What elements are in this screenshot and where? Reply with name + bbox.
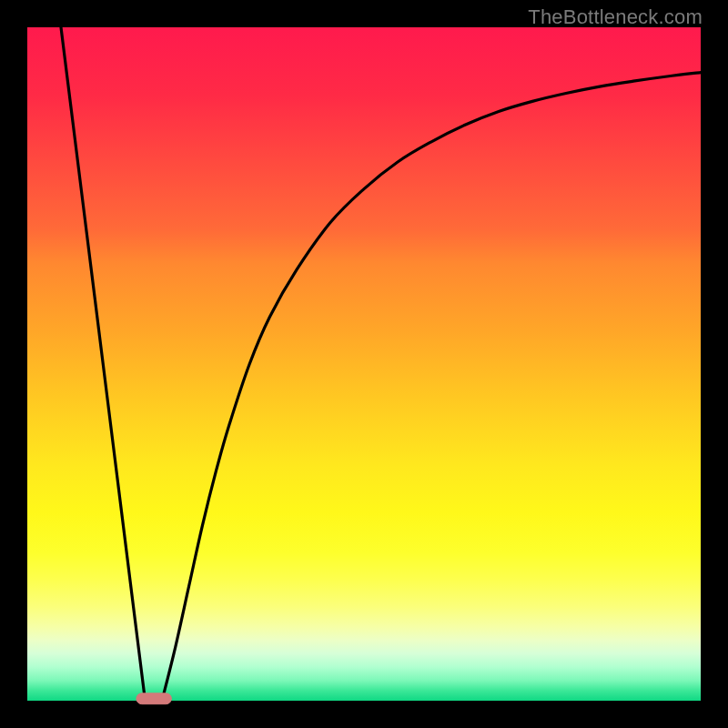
plot-area bbox=[27, 27, 701, 701]
left-branch-line bbox=[61, 27, 146, 701]
optimal-marker bbox=[136, 693, 171, 704]
right-curve-line bbox=[162, 73, 701, 701]
chart-svg bbox=[27, 27, 701, 701]
chart-frame: TheBottleneck.com bbox=[0, 0, 728, 728]
watermark-text: TheBottleneck.com bbox=[528, 5, 703, 29]
curve-group bbox=[61, 27, 701, 701]
